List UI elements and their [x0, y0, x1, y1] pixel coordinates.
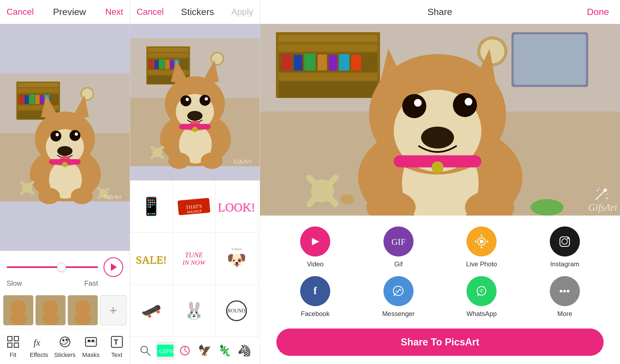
masks-icon [84, 335, 98, 349]
speed-slider-track[interactable] [7, 266, 98, 268]
svg-text:GifsArt: GifsArt [104, 193, 122, 200]
svg-rect-51 [8, 343, 12, 347]
edit-panel: Cancel Preview Next [0, 0, 130, 364]
share-to-picsart-button[interactable]: Share To PicsArt [276, 329, 604, 356]
magic-wand-button[interactable] [594, 186, 609, 205]
sticker-tune-in-now[interactable]: TUNE IN NOW [173, 232, 215, 285]
thumbnail-3[interactable] [68, 295, 98, 325]
svg-point-172 [567, 238, 569, 239]
thumbnail-1[interactable] [3, 295, 33, 325]
stickers-label: Stickers [54, 351, 75, 359]
share-more[interactable]: More [526, 276, 604, 318]
effects-icon: fx [32, 335, 46, 349]
svg-rect-128 [351, 55, 361, 70]
svg-rect-49 [8, 336, 12, 341]
sticker-creature-tab[interactable]: 🦎 [215, 341, 234, 360]
share-instagram[interactable]: Instagram [526, 226, 604, 268]
whatsapp-label: WhatsApp [467, 310, 497, 318]
svg-text:f: f [313, 285, 317, 296]
speed-control-area: Slow Fast [0, 251, 130, 292]
sticker-bunny[interactable]: 🐰 [173, 285, 215, 337]
sticker-look[interactable]: LOOK! [215, 180, 258, 232]
svg-point-56 [66, 339, 68, 341]
svg-point-42 [10, 312, 26, 325]
stickers-icon [58, 335, 72, 349]
add-frame-button[interactable]: + [100, 295, 126, 325]
messenger-label: Messenger [382, 310, 415, 318]
sticker-dog[interactable]: hi friend 🐶 [215, 232, 258, 285]
facebook-icon-circle: f [300, 276, 330, 306]
next-button[interactable]: Next [105, 7, 123, 17]
fit-label: Fit [10, 351, 16, 359]
svg-point-93 [192, 127, 198, 132]
svg-point-162 [607, 193, 608, 195]
sticker-recent-tab[interactable] [176, 341, 194, 360]
svg-point-25 [56, 133, 59, 136]
stickers-panel: Cancel Stickers Apply [130, 0, 260, 364]
svg-rect-10 [40, 96, 44, 104]
sticker-sale[interactable]: SALE! [130, 232, 173, 285]
instagram-label: Instagram [550, 260, 579, 268]
svg-rect-59 [91, 340, 94, 342]
text-tool[interactable]: T Text [104, 335, 130, 359]
svg-point-145 [465, 98, 472, 106]
svg-point-159 [597, 189, 598, 191]
sticker-phone[interactable]: 📱 [130, 180, 173, 232]
share-whatsapp[interactable]: ✆ WhatsApp [443, 276, 521, 318]
sticker-skateboard[interactable]: 🛹 [130, 285, 173, 337]
video-icon-circle [300, 226, 330, 256]
sticker-giphy-tab[interactable]: GIPHY [156, 341, 175, 360]
svg-point-95 [201, 153, 223, 169]
svg-point-48 [75, 312, 91, 325]
svg-point-26 [75, 133, 78, 136]
masks-tool[interactable]: Masks [78, 335, 104, 359]
stickers-title: Stickers [181, 7, 214, 17]
svg-point-169 [487, 241, 488, 242]
sticker-zebra-tab[interactable]: 🦓 [235, 341, 254, 360]
sticker-ear[interactable]: 👂 [258, 232, 260, 285]
svg-rect-122 [281, 54, 292, 70]
svg-point-168 [475, 241, 476, 242]
effects-tool[interactable]: fx Effects [26, 335, 52, 359]
svg-rect-66 [148, 48, 189, 52]
thumbnail-2[interactable] [36, 295, 66, 325]
svg-rect-134 [514, 34, 586, 85]
svg-rect-50 [14, 336, 19, 341]
svg-line-115 [185, 351, 187, 352]
share-to-picsart-label: Share To PicsArt [401, 336, 479, 348]
svg-rect-9 [35, 95, 40, 104]
preview-title: Preview [53, 7, 86, 17]
sticker-bird-tab[interactable]: 🦅 [196, 341, 214, 360]
sticker-round[interactable]: ROUND [215, 285, 258, 337]
stickers-apply-button[interactable]: Apply [231, 7, 253, 17]
stickers-tool[interactable]: Stickers [52, 335, 78, 359]
effects-label: Effects [30, 351, 48, 359]
stickers-cancel-button[interactable]: Cancel [137, 7, 164, 17]
svg-point-143 [453, 93, 477, 117]
done-button[interactable]: Done [587, 7, 609, 17]
fit-tool[interactable]: Fit [0, 335, 26, 359]
sticker-soldier[interactable]: 🪖 [258, 180, 260, 232]
gif-icon-circle: GIF [383, 226, 414, 256]
speed-slider-thumb[interactable] [57, 263, 66, 271]
svg-point-177 [560, 290, 562, 293]
svg-rect-71 [159, 59, 165, 69]
share-live-photo[interactable]: Live Photo [443, 226, 521, 268]
sticker-wassup[interactable]: THAT'S WASSUP [173, 180, 215, 232]
gif-label: Gif [394, 260, 403, 268]
sticker-search-tab[interactable] [136, 341, 155, 360]
svg-point-86 [181, 96, 191, 106]
share-facebook[interactable]: f Facebook [276, 276, 354, 318]
svg-point-94 [168, 153, 190, 169]
play-button[interactable] [104, 257, 123, 277]
svg-rect-69 [149, 59, 154, 69]
svg-text:TUNE: TUNE [185, 251, 203, 259]
svg-rect-67 [148, 53, 189, 57]
cancel-button[interactable]: Cancel [7, 7, 34, 17]
svg-text:T: T [114, 338, 118, 346]
share-gif[interactable]: GIF Gif [360, 226, 438, 268]
share-video[interactable]: Video [276, 226, 354, 268]
share-messenger[interactable]: Messenger [360, 276, 438, 318]
sticker-face[interactable]: 🎭 [258, 285, 260, 337]
svg-rect-127 [339, 54, 349, 70]
